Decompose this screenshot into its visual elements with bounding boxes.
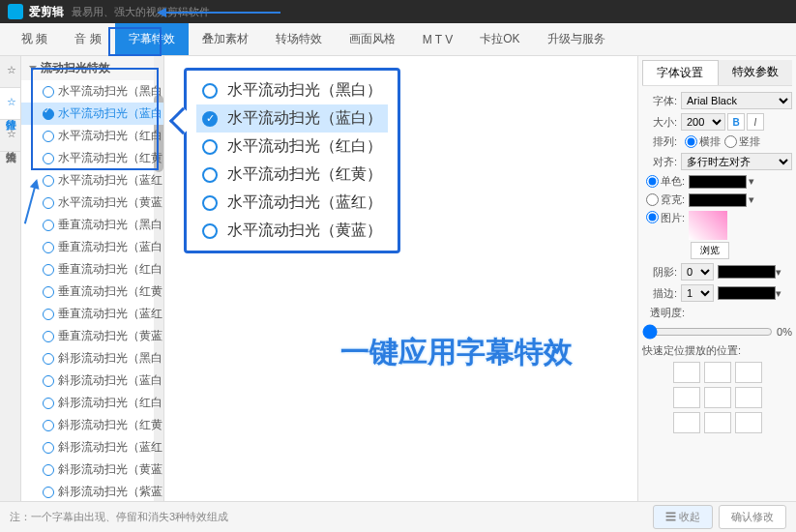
effect-item[interactable]: 斜形流动扫光（蓝白） [21, 369, 163, 392]
arrange-h-radio[interactable] [685, 135, 697, 148]
arrange-v-radio[interactable] [724, 135, 737, 148]
opacity-label: 透明度: [642, 306, 685, 320]
effect-item[interactable]: 垂直流动扫光（红黄） [21, 281, 163, 303]
tab-1[interactable]: 音 频 [61, 23, 114, 55]
effect-item[interactable]: 水平流动扫光（红白） [21, 125, 163, 147]
tab-2[interactable]: 字幕特效 [115, 23, 189, 55]
solid-color-swatch[interactable] [689, 175, 747, 189]
effect-item[interactable]: 垂直流动扫光（红白） [21, 258, 163, 281]
radio-icon [202, 167, 218, 183]
shadow-select[interactable]: 0 [681, 263, 714, 281]
effect-item[interactable]: 垂直流动扫光（蓝红） [21, 303, 163, 325]
pos-ml[interactable] [673, 387, 700, 408]
effect-item[interactable]: 垂直流动扫光（蓝白） [21, 236, 163, 258]
shadow-label: 阴影: [642, 265, 677, 280]
effect-item[interactable]: 水平流动扫光（黑白） [21, 80, 163, 103]
desc-select[interactable]: 1 [681, 284, 714, 302]
effect-item[interactable]: 斜形流动扫光（红黄） [21, 414, 163, 436]
neon-radio[interactable] [646, 193, 659, 206]
pos-tr[interactable] [735, 362, 762, 383]
browse-button[interactable]: 浏览 [691, 242, 729, 259]
size-label: 大小: [642, 115, 677, 130]
pos-bc[interactable] [704, 412, 731, 433]
italic-button[interactable]: I [747, 113, 764, 131]
popup-item-4[interactable]: 水平流动扫光（蓝红） [196, 189, 388, 217]
effect-item[interactable]: 斜形流动扫光（黄蓝） [21, 458, 163, 481]
opacity-slider[interactable] [642, 324, 773, 340]
sidebar-left: ☆ 出现特效☆ 停留特效☆ 消失特效 [0, 56, 21, 501]
pos-bl[interactable] [673, 412, 700, 433]
titlebar: 爱剪辑 最易用、强大的视频剪辑软件 [0, 0, 796, 23]
effect-group-0[interactable]: 流动扫光特效 [21, 56, 163, 80]
effect-item[interactable]: 水平流动扫光（蓝白） [21, 103, 163, 125]
tab-8[interactable]: 升级与服务 [534, 23, 619, 55]
font-select[interactable]: Arial Black [681, 92, 792, 109]
popup-item-0[interactable]: 水平流动扫光（黑白） [196, 76, 388, 104]
image-preview [689, 211, 727, 240]
pos-tl[interactable] [673, 362, 700, 383]
arrange-label: 排列: [642, 134, 677, 149]
pos-tc[interactable] [704, 362, 731, 383]
effect-item[interactable]: 斜形流动扫光（蓝红） [21, 436, 163, 458]
main-tabs: 视 频音 频字幕特效叠加素材转场特效画面风格M T V卡拉OK升级与服务 [0, 23, 796, 56]
effect-item[interactable]: 斜形流动扫光（黑白） [21, 347, 163, 369]
sidebar-tab-2[interactable]: ☆ 消失特效 [0, 120, 20, 152]
tab-4[interactable]: 转场特效 [262, 23, 336, 55]
tab-0[interactable]: 视 频 [8, 23, 61, 55]
desc-label: 描边: [642, 286, 677, 301]
desc-color[interactable] [718, 286, 776, 300]
app-name: 爱剪辑 [29, 4, 64, 20]
tab-3[interactable]: 叠加素材 [189, 23, 262, 55]
properties-panel: 字体设置 特效参数 字体:Arial Black 大小:200 B I 排列: … [637, 56, 796, 501]
pos-br[interactable] [735, 412, 762, 433]
shadow-color[interactable] [718, 265, 776, 279]
sidebar-tab-0[interactable]: ☆ 出现特效 [0, 56, 20, 88]
align-select[interactable]: 多行时左对齐 [681, 153, 792, 170]
radio-icon [202, 195, 218, 211]
effect-item[interactable]: 斜形流动扫光（红白） [21, 392, 163, 414]
effect-item[interactable]: 水平流动扫光（蓝红） [21, 169, 163, 192]
tab-5[interactable]: 画面风格 [336, 23, 409, 55]
footer-note: 注：一个字幕由出现、停留和消失3种特效组成 [10, 510, 228, 524]
tab-6[interactable]: M T V [409, 25, 467, 54]
size-select[interactable]: 200 [681, 113, 725, 131]
effect-item[interactable]: 垂直流动扫光（黑白） [21, 214, 163, 236]
effect-list[interactable]: 流动扫光特效水平流动扫光（黑白）水平流动扫光（蓝白）水平流动扫光（红白）水平流动… [21, 56, 164, 501]
annotation-arrow-1 [164, 12, 280, 14]
image-radio[interactable] [646, 211, 659, 223]
quickpos-label: 快速定位摆放的位置: [642, 343, 741, 358]
app-logo-icon [8, 4, 23, 19]
effect-item[interactable]: 垂直流动扫光（黄蓝） [21, 325, 163, 347]
position-grid [642, 362, 792, 433]
pos-mc[interactable] [704, 387, 731, 408]
effect-item[interactable]: 水平流动扫光（黄蓝） [21, 192, 163, 214]
collapse-button[interactable]: ☰ 收起 [653, 505, 713, 529]
footer: 注：一个字幕由出现、停留和消失3种特效组成 ☰ 收起 确认修改 [0, 501, 796, 532]
radio-icon [202, 83, 218, 99]
confirm-button[interactable]: 确认修改 [719, 505, 786, 529]
align-label: 对齐: [642, 155, 677, 169]
prop-tab-effect[interactable]: 特效参数 [719, 60, 793, 85]
popup-item-1[interactable]: 水平流动扫光（蓝白） [196, 104, 388, 133]
annotation-banner: 一键应用字幕特效 [327, 327, 586, 378]
effect-item[interactable]: 水平流动扫光（红黄） [21, 147, 163, 169]
radio-icon [202, 139, 218, 155]
popup-item-2[interactable]: 水平流动扫光（红白） [196, 133, 388, 161]
prop-tab-font[interactable]: 字体设置 [642, 60, 719, 85]
font-label: 字体: [642, 94, 677, 108]
sidebar-tab-1[interactable]: ☆ 停留特效 [0, 88, 20, 120]
popup-item-3[interactable]: 水平流动扫光（红黄） [196, 161, 388, 189]
effect-item[interactable]: 斜形流动扫光（紫蓝） [21, 481, 163, 501]
popup-effect-list: 水平流动扫光（黑白）水平流动扫光（蓝白）水平流动扫光（红白）水平流动扫光（红黄）… [184, 68, 400, 253]
radio-icon [202, 223, 218, 239]
bold-button[interactable]: B [727, 113, 745, 131]
pos-mr[interactable] [735, 387, 762, 408]
solid-radio[interactable] [646, 175, 659, 188]
tab-7[interactable]: 卡拉OK [466, 23, 533, 55]
popup-item-5[interactable]: 水平流动扫光（黄蓝） [196, 217, 388, 245]
neon-color-swatch[interactable] [689, 193, 747, 207]
radio-icon [202, 111, 218, 127]
